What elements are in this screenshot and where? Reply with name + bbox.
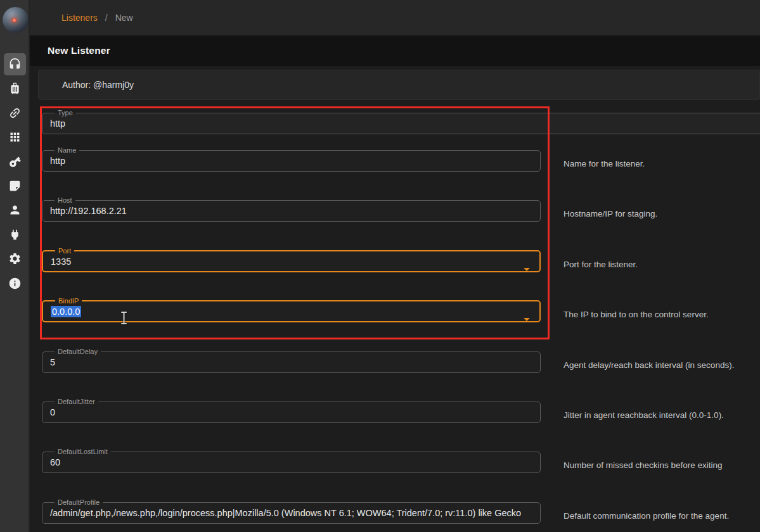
breadcrumb-current-new: New	[115, 13, 133, 23]
field-value-name: http	[50, 155, 532, 167]
field-value-port: 1335	[51, 255, 532, 268]
breadcrumb-link-listeners[interactable]: Listeners	[61, 13, 98, 23]
starkiller-logo	[3, 7, 29, 33]
field-defaultdelay[interactable]: DefaultDelay 5	[42, 348, 541, 373]
sidebar-item-credentials[interactable]	[4, 151, 26, 173]
starkiller-app-window: Listeners / New New Listener Author: @ha…	[0, 0, 760, 532]
field-value-defaultprofile: /admin/get.php,/news.php,/login/process.…	[50, 507, 532, 519]
field-description-defaultprofile: Default communication profile for the ag…	[564, 510, 757, 522]
field-description-port: Port for the listener.	[564, 258, 757, 270]
key-icon	[8, 155, 22, 168]
field-description-bindip: The IP to bind to on the control server.	[564, 308, 757, 320]
field-host[interactable]: Host http://192.168.2.21	[42, 196, 541, 222]
field-defaultprofile[interactable]: DefaultProfile /admin/get.php,/news.php,…	[42, 498, 541, 524]
field-label-type: Type	[55, 109, 76, 117]
field-type[interactable]: Type http	[42, 109, 760, 134]
top-app-bar: Listeners / New	[30, 0, 760, 35]
sidebar-item-plugins[interactable]	[4, 224, 26, 246]
dropdown-arrow-icon[interactable]	[524, 318, 530, 321]
field-value-defaultjitter: 0	[50, 406, 532, 419]
plug-icon	[8, 228, 22, 241]
field-defaultlostlimit[interactable]: DefaultLostLimit 60	[42, 448, 541, 473]
field-label-port: Port	[55, 247, 74, 255]
author-card: Author: @harmj0y	[38, 70, 760, 100]
field-label-defaultlostlimit: DefaultLostLimit	[55, 448, 111, 455]
breadcrumb: Listeners / New	[61, 0, 133, 35]
field-value-type: http	[50, 117, 759, 130]
sidebar	[0, 0, 30, 532]
sidebar-item-listeners[interactable]	[4, 53, 26, 75]
page-header-bar: New Listener	[30, 35, 760, 66]
sidebar-item-users[interactable]	[4, 199, 26, 221]
field-port[interactable]: Port 1335	[42, 247, 541, 272]
info-icon	[8, 277, 22, 290]
headset-icon	[8, 58, 22, 71]
field-bindip[interactable]: BindIP 0.0.0.0	[42, 297, 541, 322]
field-value-bindip: 0.0.0.0	[51, 305, 532, 318]
sidebar-item-settings[interactable]	[4, 248, 26, 270]
sidebar-item-stagers[interactable]	[4, 77, 26, 99]
field-label-bindip: BindIP	[55, 297, 82, 305]
field-label-defaultprofile: DefaultProfile	[55, 498, 103, 506]
field-name[interactable]: Name http	[42, 146, 541, 172]
field-value-defaultlostlimit: 60	[50, 456, 532, 469]
field-defaultjitter[interactable]: DefaultJitter 0	[42, 398, 541, 423]
gear-icon	[8, 252, 22, 265]
field-value-defaultdelay: 5	[50, 356, 532, 369]
luggage-icon	[8, 82, 22, 95]
field-description-defaultdelay: Agent delay/reach back interval (in seco…	[564, 359, 757, 371]
dropdown-arrow-icon[interactable]	[524, 268, 530, 271]
page-title: New Listener	[48, 35, 110, 66]
field-label-host: Host	[55, 196, 75, 204]
field-description-name: Name for the listener.	[564, 158, 757, 170]
field-value-host: http://192.168.2.21	[50, 205, 532, 217]
field-label-defaultjitter: DefaultJitter	[55, 398, 98, 405]
field-description-host: Hostname/IP for staging.	[564, 208, 757, 220]
field-description-defaultlostlimit: Number of missed checkins before exiting	[564, 459, 757, 471]
breadcrumb-separator: /	[105, 13, 108, 23]
selected-text: 0.0.0.0	[51, 306, 81, 317]
sidebar-item-agents[interactable]	[4, 102, 26, 124]
link-icon	[8, 106, 22, 120]
person-icon	[8, 203, 22, 217]
note-icon	[8, 179, 22, 193]
sidebar-item-modules[interactable]	[4, 126, 26, 148]
field-label-defaultdelay: DefaultDelay	[55, 348, 101, 355]
field-description-defaultjitter: Jitter in agent reachback interval (0.0-…	[564, 409, 757, 421]
sidebar-item-reporting[interactable]	[4, 175, 26, 197]
field-label-name: Name	[55, 146, 79, 154]
author-label: Author: @harmj0y	[62, 70, 134, 99]
sidebar-item-about[interactable]	[4, 272, 26, 294]
apps-grid-icon	[8, 130, 22, 144]
